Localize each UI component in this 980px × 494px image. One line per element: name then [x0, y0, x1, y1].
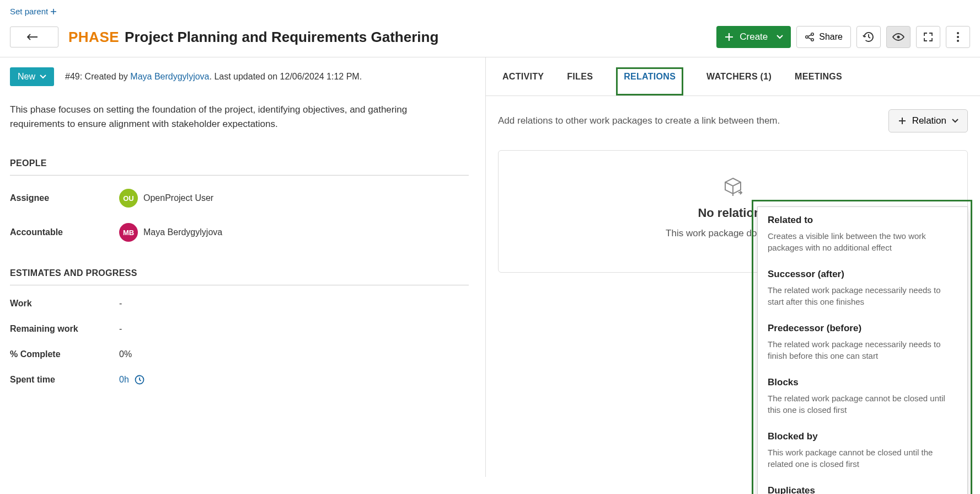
accountable-label: Accountable — [10, 227, 119, 237]
assignee-name: OpenProject User — [143, 193, 213, 203]
eye-icon — [892, 33, 904, 41]
estimates-section-header: ESTIMATES AND PROGRESS — [10, 268, 469, 285]
relation-button-label: Relation — [912, 115, 946, 126]
tab-relations[interactable]: RELATIONS — [616, 67, 683, 95]
plus-icon — [50, 8, 57, 15]
spent-time-value[interactable]: 0h — [119, 375, 144, 385]
svg-point-4 — [957, 32, 959, 34]
work-package-type: PHASE — [68, 29, 119, 46]
kebab-icon — [956, 31, 960, 43]
relation-option-blocked-by[interactable]: Blocked by This work package cannot be c… — [758, 423, 967, 477]
relation-type-dropdown: Related to Creates a visible link betwee… — [757, 206, 968, 494]
svg-point-5 — [957, 36, 959, 38]
history-icon — [863, 31, 875, 43]
people-section-header: PEOPLE — [10, 158, 469, 176]
watch-button[interactable] — [886, 26, 911, 48]
svg-point-3 — [897, 36, 900, 39]
share-button[interactable]: Share — [796, 26, 851, 48]
create-label: Create — [740, 31, 768, 43]
more-menu-button[interactable] — [946, 26, 970, 48]
fullscreen-button[interactable] — [916, 26, 940, 48]
assignee-value[interactable]: OU OpenProject User — [119, 189, 213, 208]
percent-complete-value[interactable]: 0% — [119, 349, 132, 359]
relation-option-predecessor[interactable]: Predecessor (before) The related work pa… — [758, 315, 967, 369]
tab-meetings[interactable]: MEETINGS — [795, 72, 842, 95]
avatar: OU — [119, 189, 138, 208]
work-package-title[interactable]: Project Planning and Requirements Gather… — [125, 29, 438, 46]
avatar: MB — [119, 223, 138, 242]
svg-point-2 — [811, 39, 813, 41]
create-button[interactable]: Create — [716, 26, 791, 48]
relations-hint: Add relations to other work packages to … — [498, 115, 780, 126]
creator-link[interactable]: Maya Berdygylyjova — [130, 72, 209, 81]
description-text[interactable]: This phase focuses on setting the founda… — [10, 103, 469, 131]
relation-option-duplicates[interactable]: Duplicates This is a copy of the related… — [758, 477, 967, 494]
svg-point-0 — [806, 36, 808, 38]
status-dropdown[interactable]: New — [10, 67, 54, 86]
remaining-work-label: Remaining work — [10, 324, 119, 334]
status-label: New — [18, 72, 35, 82]
back-arrow-icon — [26, 33, 42, 41]
chevron-down-icon — [776, 35, 783, 39]
relation-option-blocks[interactable]: Blocks The related work package cannot b… — [758, 369, 967, 423]
package-icon — [722, 176, 744, 198]
clock-icon — [135, 375, 144, 385]
share-icon — [805, 32, 815, 42]
percent-complete-label: % Complete — [10, 349, 119, 359]
relation-option-related-to[interactable]: Related to Creates a visible link betwee… — [758, 207, 967, 261]
chevron-down-icon — [40, 75, 46, 79]
plus-icon — [724, 32, 734, 42]
meta-info: #49: Created by Maya Berdygylyjova. Last… — [65, 72, 362, 82]
svg-point-1 — [811, 33, 813, 35]
tabs-bar: ACTIVITY FILES RELATIONS WATCHERS (1) ME… — [486, 57, 980, 96]
work-label: Work — [10, 299, 119, 309]
svg-point-6 — [957, 40, 959, 42]
plus-icon — [898, 116, 907, 125]
accountable-value[interactable]: MB Maya Berdygylyjova — [119, 223, 222, 242]
accountable-name: Maya Berdygylyjova — [143, 227, 222, 237]
tab-watchers[interactable]: WATCHERS (1) — [706, 72, 772, 95]
work-package-header: PHASE Project Planning and Requirements … — [0, 16, 980, 57]
set-parent-label: Set parent — [10, 7, 48, 16]
set-parent-link[interactable]: Set parent — [10, 7, 57, 16]
share-label: Share — [819, 32, 843, 42]
spent-time-label: Spent time — [10, 375, 119, 385]
tab-activity[interactable]: ACTIVITY — [502, 72, 544, 95]
chevron-down-icon — [952, 119, 958, 123]
relation-option-successor[interactable]: Successor (after) The related work packa… — [758, 261, 967, 315]
activity-timeline-button[interactable] — [856, 26, 881, 48]
work-value[interactable]: - — [119, 299, 122, 309]
tab-files[interactable]: FILES — [567, 72, 593, 95]
add-relation-button[interactable]: Relation — [888, 109, 968, 132]
back-button[interactable] — [10, 26, 58, 47]
assignee-label: Assignee — [10, 193, 119, 203]
remaining-work-value[interactable]: - — [119, 324, 122, 334]
expand-icon — [923, 32, 933, 42]
